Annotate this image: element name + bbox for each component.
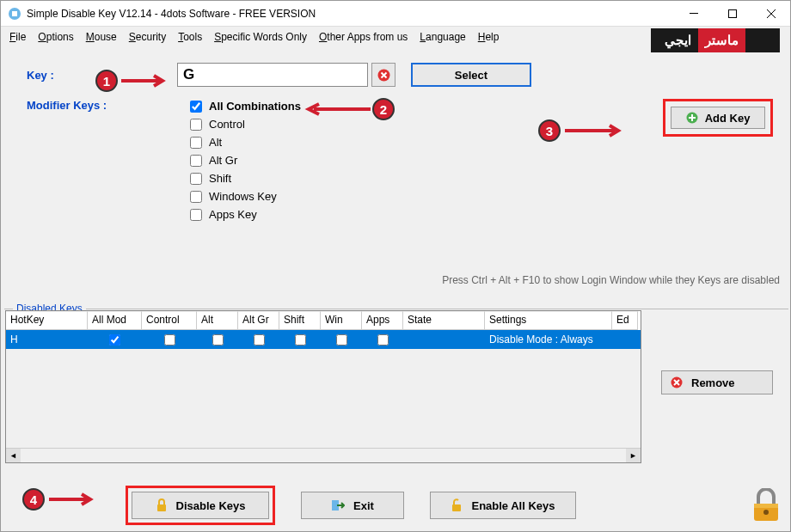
modifier-shift[interactable]: Shift bbox=[190, 172, 773, 185]
logo-text-black: ايجي bbox=[658, 33, 698, 48]
close-button[interactable] bbox=[751, 1, 790, 26]
modifier-keys-label: Modifier Keys : bbox=[18, 97, 177, 112]
app-icon bbox=[8, 7, 21, 21]
row-checkbox-allmod[interactable] bbox=[109, 334, 120, 345]
th-altgr[interactable]: Alt Gr bbox=[238, 311, 279, 330]
table-row[interactable]: H Disable Mode : Always bbox=[6, 330, 641, 349]
bottom-toolbar: Disable Keys Exit Enable All Keys bbox=[1, 488, 790, 523]
annotation-2: 2 bbox=[372, 98, 395, 120]
enable-all-keys-button[interactable]: Enable All Keys bbox=[430, 492, 576, 519]
select-button[interactable]: Select bbox=[411, 63, 531, 87]
unlock-icon bbox=[451, 498, 463, 512]
menu-other-apps[interactable]: Other Apps from us bbox=[319, 31, 408, 43]
td-edit bbox=[612, 330, 638, 349]
key-input[interactable] bbox=[177, 63, 368, 87]
th-settings[interactable]: Settings bbox=[485, 311, 612, 330]
th-hotkey[interactable]: HotKey bbox=[6, 311, 88, 330]
scroll-left-arrow[interactable]: ◄ bbox=[6, 449, 21, 462]
arrow-4-icon bbox=[49, 492, 96, 506]
row-checkbox-control[interactable] bbox=[164, 334, 175, 345]
checkbox-alt[interactable] bbox=[190, 137, 202, 149]
disabled-keys-group: Disabled Keys bbox=[4, 293, 788, 309]
td-control bbox=[142, 330, 197, 349]
checkbox-apps[interactable] bbox=[190, 209, 202, 221]
add-key-button[interactable]: Add Key bbox=[671, 107, 765, 129]
padlock-corner-icon bbox=[751, 488, 782, 523]
remove-button[interactable]: Remove bbox=[661, 370, 773, 394]
th-apps[interactable]: Apps bbox=[362, 311, 403, 330]
disable-keys-highlight: Disable Keys bbox=[126, 486, 275, 525]
td-allmod bbox=[88, 330, 142, 349]
svg-rect-11 bbox=[754, 504, 778, 508]
th-win[interactable]: Win bbox=[321, 311, 362, 330]
hint-text: Press Ctrl + Alt + F10 to show Login Win… bbox=[442, 274, 780, 286]
checkbox-shift[interactable] bbox=[190, 173, 202, 185]
row-checkbox-shift[interactable] bbox=[295, 334, 306, 345]
checkbox-control[interactable] bbox=[190, 119, 202, 131]
minimize-button[interactable] bbox=[674, 1, 713, 26]
maximize-button[interactable] bbox=[713, 1, 751, 26]
menu-language[interactable]: Language bbox=[420, 31, 465, 43]
plus-circle-icon bbox=[686, 112, 698, 124]
th-alt[interactable]: Alt bbox=[197, 311, 238, 330]
titlebar: Simple Disable Key V12.14 - 4dots Softwa… bbox=[1, 1, 790, 27]
arrow-3-icon bbox=[565, 124, 625, 138]
menu-tools[interactable]: Tools bbox=[178, 31, 202, 43]
th-state[interactable]: State bbox=[403, 311, 485, 330]
disabled-keys-table[interactable]: HotKey All Mod Control Alt Alt Gr Shift … bbox=[5, 310, 641, 463]
modifier-altgr[interactable]: Alt Gr bbox=[190, 154, 773, 167]
exit-icon bbox=[331, 498, 345, 512]
th-shift[interactable]: Shift bbox=[279, 311, 321, 330]
menu-help[interactable]: Help bbox=[478, 31, 500, 43]
row-checkbox-win[interactable] bbox=[336, 334, 347, 345]
annotation-3: 3 bbox=[538, 119, 561, 142]
td-state bbox=[403, 330, 485, 349]
svg-point-12 bbox=[763, 510, 769, 515]
horizontal-scrollbar[interactable]: ◄ ► bbox=[6, 448, 641, 462]
svg-rect-3 bbox=[728, 9, 736, 17]
td-alt bbox=[197, 330, 238, 349]
menu-security[interactable]: Security bbox=[129, 31, 166, 43]
td-hotkey: H bbox=[6, 330, 88, 349]
svg-rect-7 bbox=[157, 504, 166, 511]
th-edit[interactable]: Ed bbox=[612, 311, 638, 330]
modifier-alt[interactable]: Alt bbox=[190, 136, 773, 149]
checkbox-altgr[interactable] bbox=[190, 155, 202, 167]
disable-keys-button[interactable]: Disable Keys bbox=[132, 492, 269, 519]
clear-key-button[interactable] bbox=[371, 63, 396, 87]
td-settings: Disable Mode : Always bbox=[485, 330, 612, 349]
scroll-right-arrow[interactable]: ► bbox=[626, 449, 641, 462]
row-checkbox-altgr[interactable] bbox=[254, 334, 265, 345]
lock-icon bbox=[156, 498, 168, 512]
menu-mouse[interactable]: Mouse bbox=[86, 31, 117, 43]
menu-file[interactable]: File bbox=[9, 31, 26, 43]
arrow-1-icon bbox=[121, 74, 169, 88]
annotation-4: 4 bbox=[22, 488, 45, 511]
modifier-windows[interactable]: Windows Key bbox=[190, 190, 773, 203]
exit-button[interactable]: Exit bbox=[301, 492, 404, 519]
window-title: Simple Disable Key V12.14 - 4dots Softwa… bbox=[27, 8, 674, 20]
arrow-2-icon bbox=[304, 102, 371, 116]
row-checkbox-apps[interactable] bbox=[377, 334, 389, 345]
window-controls bbox=[674, 1, 790, 26]
menu-specific-words[interactable]: Specific Words Only bbox=[214, 31, 307, 43]
annotation-1: 1 bbox=[95, 70, 118, 92]
svg-rect-9 bbox=[452, 504, 461, 511]
td-apps bbox=[362, 330, 403, 349]
svg-rect-1 bbox=[12, 11, 17, 16]
th-allmod[interactable]: All Mod bbox=[88, 311, 142, 330]
checkbox-all-combinations[interactable] bbox=[190, 101, 202, 113]
row-checkbox-alt[interactable] bbox=[212, 334, 224, 345]
menu-options[interactable]: Options bbox=[38, 31, 73, 43]
table-header: HotKey All Mod Control Alt Alt Gr Shift … bbox=[6, 311, 641, 330]
add-key-highlight: Add Key bbox=[663, 99, 773, 137]
x-circle-icon bbox=[377, 69, 390, 82]
svg-rect-2 bbox=[690, 13, 698, 14]
modifier-apps[interactable]: Apps Key bbox=[190, 208, 773, 221]
td-win bbox=[321, 330, 362, 349]
td-shift bbox=[279, 330, 321, 349]
td-altgr bbox=[238, 330, 279, 349]
checkbox-windows[interactable] bbox=[190, 191, 202, 203]
x-circle-icon bbox=[671, 376, 683, 388]
th-control[interactable]: Control bbox=[142, 311, 197, 330]
